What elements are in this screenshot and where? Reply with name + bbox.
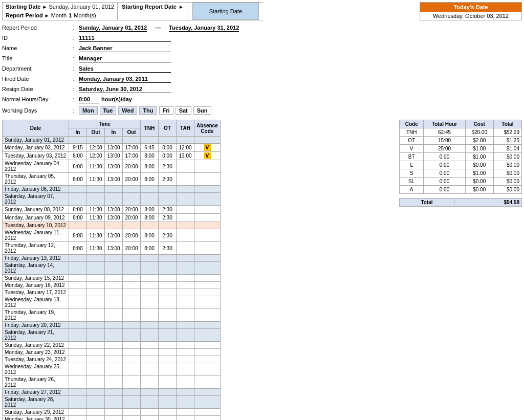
cell-in2 — [105, 363, 123, 376]
cell-date: Monday, January 16, 2012 — [3, 282, 69, 289]
cell-in2 — [105, 262, 123, 275]
cell-absence — [194, 416, 221, 421]
cell-absence — [194, 137, 221, 144]
cell-in2: 13:00 — [105, 229, 123, 242]
cell-absence — [194, 309, 221, 322]
summary-cost: $0.00 — [465, 161, 493, 169]
cell-tah — [177, 329, 194, 342]
department-colon: : — [69, 65, 79, 72]
cell-in1 — [69, 137, 87, 144]
cell-in1: 8:00 — [69, 242, 87, 255]
cell-absence — [194, 275, 221, 282]
cell-in1 — [69, 356, 87, 363]
report-period-info-row: Report Period : Sunday, January 01, 2012… — [2, 25, 522, 34]
summary-th-code: Code — [400, 120, 424, 128]
table-row: Saturday, January 28, 2012 — [3, 396, 221, 409]
cell-absence — [194, 173, 221, 186]
cell-absence — [194, 342, 221, 349]
cell-in2 — [105, 289, 123, 296]
cell-ot — [159, 262, 177, 275]
cell-ot — [159, 416, 177, 421]
normal-hours-colon: : — [69, 96, 79, 102]
cell-tah — [177, 186, 194, 193]
cell-date: Sunday, January 08, 2012 — [3, 206, 69, 214]
summary-total-hour: 0:00 — [424, 169, 465, 178]
cell-in2: 13:00 — [105, 152, 123, 160]
cell-ot — [159, 275, 177, 282]
summary-row: L 0:00 $0.00 $0.00 — [400, 161, 522, 169]
summary-code: TNH — [400, 128, 424, 137]
cell-in2 — [105, 255, 123, 262]
cell-absence — [194, 409, 221, 416]
cell-out1 — [87, 389, 105, 396]
cell-in2: 13:00 — [105, 173, 123, 186]
cell-date: Wednesday, January 04, 2012 — [3, 160, 69, 173]
cell-in2 — [105, 193, 123, 206]
day-sat: Sat — [176, 106, 191, 115]
cell-out1: 11:30 — [87, 206, 105, 214]
cell-ot — [159, 137, 177, 144]
table-row: Sunday, January 01, 2012 — [3, 137, 221, 144]
hired-date-colon: : — [69, 76, 79, 82]
cell-in2 — [105, 389, 123, 396]
cell-date: Thursday, January 26, 2012 — [3, 376, 69, 389]
cell-date: Sunday, January 01, 2012 — [3, 137, 69, 144]
cell-out2: 20:00 — [123, 173, 141, 186]
cell-tnh — [141, 137, 159, 144]
starting-date-input[interactable]: Starting Date — [192, 3, 259, 20]
cell-tnh — [141, 342, 159, 349]
summary-cost: $0.00 — [465, 178, 493, 186]
cell-absence — [194, 356, 221, 363]
cell-date: Friday, January 20, 2012 — [3, 322, 69, 329]
table-row: Wednesday, January 04, 2012 8:00 11:30 1… — [3, 160, 221, 173]
cell-in1 — [69, 282, 87, 289]
cell-ot: 2:30 — [159, 206, 177, 214]
summary-code: S — [400, 169, 424, 178]
table-row: Tuesday, January 03, 2012 8:00 12:00 13:… — [3, 152, 221, 160]
department-value: Sales — [79, 65, 171, 73]
cell-tah — [177, 275, 194, 282]
th-ot: OT — [159, 120, 177, 137]
cell-out1: 11:30 — [87, 229, 105, 242]
cell-tnh — [141, 409, 159, 416]
cell-ot — [159, 349, 177, 356]
title-colon: : — [69, 55, 79, 61]
report-period-label: Report Period — [6, 12, 43, 18]
cell-absence — [194, 255, 221, 262]
summary-code: BT — [400, 153, 424, 161]
summary-cost: $1.00 — [465, 145, 493, 153]
working-days-boxes: Mon Tue Wed Thu Fri Sat Sun — [79, 106, 212, 115]
cell-out1 — [87, 349, 105, 356]
cell-out2: 20:00 — [123, 229, 141, 242]
th-out1: Out — [87, 128, 105, 137]
cell-out2 — [123, 342, 141, 349]
report-date-arrow: ► — [179, 4, 184, 10]
cell-out2 — [123, 409, 141, 416]
cell-ot — [159, 289, 177, 296]
cell-tnh — [141, 193, 159, 206]
cell-out1 — [87, 322, 105, 329]
cell-in1 — [69, 409, 87, 416]
th-in2: In — [105, 128, 123, 137]
cell-absence — [194, 262, 221, 275]
cell-in2 — [105, 275, 123, 282]
table-row: Wednesday, January 25, 2012 — [3, 363, 221, 376]
cell-tah — [177, 342, 194, 349]
table-row: Saturday, January 21, 2012 — [3, 329, 221, 342]
cell-tnh: 8:00 — [141, 206, 159, 214]
table-row: Thursday, January 12, 2012 8:00 11:30 13… — [3, 242, 221, 255]
cell-in2: 13:00 — [105, 214, 123, 222]
todays-date-title: Today's Date — [420, 3, 521, 12]
summary-total-hour: 62:45 — [424, 128, 465, 137]
table-row: Tuesday, January 24, 2012 — [3, 356, 221, 363]
cell-ot: 2:30 — [159, 214, 177, 222]
cell-absence — [194, 349, 221, 356]
cell-out1 — [87, 275, 105, 282]
normal-hours-label: Normal Hours/Day — [2, 96, 69, 102]
cell-out2 — [123, 329, 141, 342]
info-section: Report Period : Sunday, January 01, 2012… — [2, 25, 522, 116]
cell-date: Thursday, January 19, 2012 — [3, 309, 69, 322]
cell-in1 — [69, 296, 87, 309]
table-row: Monday, January 23, 2012 — [3, 349, 221, 356]
name-value: Jack Banner — [79, 45, 171, 52]
